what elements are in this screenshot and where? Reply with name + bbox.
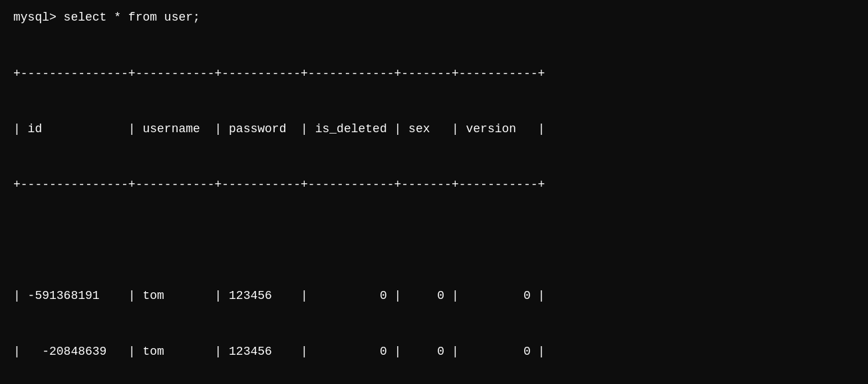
table-row: | -20848639 | tom | 123456 | 0 | 0 | 0 | (13, 343, 855, 361)
table-output: +---------------+-----------+-----------… (13, 28, 855, 384)
separator-header: +---------------+-----------+-----------… (13, 176, 855, 195)
table-header: | id | username | password | is_deleted … (13, 120, 855, 139)
table-row: | -591368191 | tom | 123456 | 0 | 0 | 0 … (13, 287, 855, 306)
separator-top: +---------------+-----------+-----------… (13, 65, 855, 84)
prompt-line: mysql> select * from user; (13, 11, 855, 24)
terminal-window: mysql> select * from user; +------------… (13, 11, 855, 384)
table-empty-row (13, 232, 855, 250)
